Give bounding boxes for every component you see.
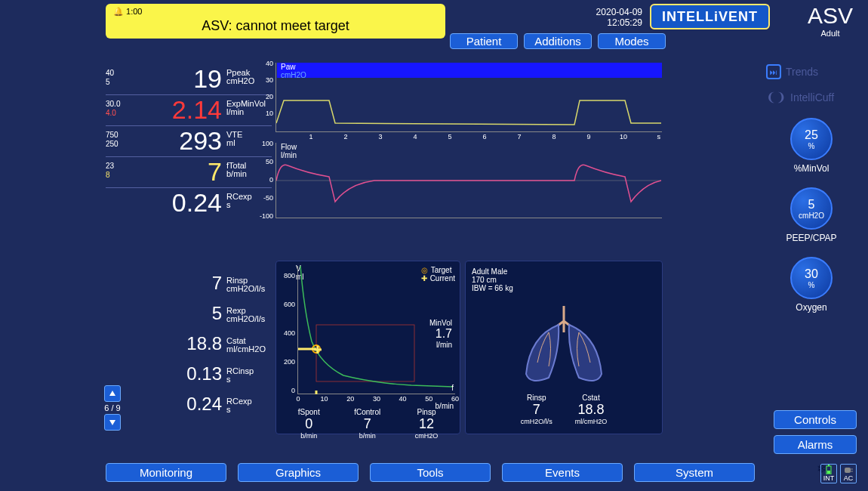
mode-name: ASV (808, 3, 853, 29)
flow-trace (276, 143, 661, 218)
param-value: 5 (131, 301, 222, 326)
setting-dial-block: 30%Oxygen (766, 257, 857, 313)
asv-xlabel: f (451, 384, 454, 392)
setting-dial[interactable]: 25% (790, 118, 833, 160)
param-label: RCinsps (222, 364, 254, 384)
params-primary: 405 19 PpeakcmH2O30.04.0 2.14 ExpMinVoll… (106, 64, 272, 218)
param-label: fTotalb/min (222, 159, 247, 178)
asv-safety-box (316, 325, 414, 381)
setting-dial-block: 25%%MinVol (766, 118, 857, 174)
alarms-button[interactable]: Alarms (774, 435, 857, 454)
params-secondary: 7 RinspcmH2O/l/s 5 RexpcmH2O/l/s 18.8 Cs… (106, 268, 272, 419)
time: 12:05:29 (596, 17, 642, 28)
param-row[interactable]: 0.13 RCinsps (106, 359, 272, 389)
param-value: 0.13 (131, 361, 222, 387)
param-row[interactable]: 405 19 PpeakcmH2O (106, 64, 272, 95)
param-limits: 750250 (106, 128, 131, 149)
nav-monitoring[interactable]: Monitoring (106, 463, 226, 482)
ac-status: AC (840, 464, 857, 483)
intellivent-button[interactable]: INTELLiVENT (650, 4, 770, 29)
param-value: 293 (131, 128, 222, 153)
asv-chart: 800 600 400 200 0 ✚ MinVol 1.7 l/min f b… (297, 266, 455, 394)
param-row[interactable]: 238 7 fTotalb/min (106, 157, 272, 188)
lung-value: Rinsp7cmH2O/l/s (521, 394, 553, 425)
patient-button[interactable]: Patient (450, 33, 518, 49)
page-up-button[interactable] (104, 385, 121, 402)
lung-value: Cstat18.8ml/cmH2O (575, 394, 608, 425)
plug-icon (843, 465, 854, 474)
dial-label: PEEP/CPAP (766, 233, 857, 243)
patient-ibw: IBW = 66 kg (472, 284, 656, 292)
battery-icon (826, 465, 832, 474)
param-label: RCexps (222, 394, 252, 414)
lung-icon (507, 298, 620, 389)
paw-xunit: s (657, 133, 661, 141)
svg-rect-7 (828, 465, 830, 466)
param-value: 2.14 (131, 97, 222, 122)
page-down-button[interactable] (104, 414, 121, 431)
svg-marker-1 (109, 420, 115, 425)
alarm-time: 🔔 1:00 (113, 7, 438, 17)
param-row[interactable]: 18.8 Cstatml/cmH2O (106, 329, 272, 359)
param-label: RexpcmH2O/l/s (222, 304, 265, 323)
setting-dial[interactable]: 5cmH2O (790, 187, 833, 230)
param-value: 19 (131, 66, 222, 91)
param-label: Cstatml/cmH2O (222, 334, 266, 354)
mode-indicator: ASV Adult (808, 3, 853, 38)
param-label: VTEml (222, 128, 242, 147)
param-limits: 238 (106, 159, 131, 180)
nav-graphics[interactable]: Graphics (238, 463, 359, 482)
param-label: PpeakcmH2O (222, 66, 254, 85)
asv-minvol-value: 1.7 (429, 327, 452, 341)
param-row[interactable]: 30.04.0 2.14 ExpMinVoll/min (106, 95, 272, 126)
modes-button[interactable]: Modes (598, 33, 666, 49)
paw-trace (276, 63, 661, 132)
page-indicator: 6 / 9 (104, 403, 120, 412)
param-row[interactable]: 0.24 RCexps (106, 389, 272, 419)
param-row[interactable]: 750250 293 VTEml (106, 126, 272, 157)
chevron-down-icon (109, 418, 116, 426)
alarm-message: ASV: cannot meet target (113, 18, 438, 34)
asv-xunit: b/min (436, 402, 454, 410)
asv-minvol-unit: l/min (429, 341, 452, 349)
svg-marker-0 (109, 391, 115, 396)
setting-dial-block: 5cmH2OPEEP/CPAP (766, 187, 857, 243)
patient-height: 170 cm (472, 276, 656, 284)
param-value: 0.24 (131, 391, 222, 417)
additions-button[interactable]: Additions (524, 33, 592, 49)
dial-label: Oxygen (766, 302, 857, 313)
controls-button[interactable]: Controls (774, 410, 857, 429)
intellicuff-tab[interactable]: ❨❩ IntelliCuff (766, 90, 857, 104)
asv-value: Pinsp12cmH2O (415, 408, 439, 440)
svg-rect-8 (845, 468, 851, 473)
param-value: 18.8 (131, 331, 222, 357)
battery-status: INT (820, 464, 837, 483)
param-limits (106, 190, 131, 193)
param-row[interactable]: 0.24 RCexps (106, 188, 272, 218)
asv-value: fSpont0b/min (298, 408, 320, 440)
dial-label: %MinVol (766, 163, 857, 174)
param-row[interactable]: 7 RinspcmH2O/l/s (106, 268, 272, 298)
svg-rect-6 (827, 471, 830, 474)
param-limits: 405 (106, 66, 131, 87)
date: 2020-04-09 (596, 7, 642, 17)
nav-events[interactable]: Events (502, 463, 623, 482)
setting-dial[interactable]: 30% (790, 257, 833, 299)
param-limits: 30.04.0 (106, 97, 131, 118)
flow-waveform[interactable]: Flowl/min 100 50 0 -50 -100 (275, 143, 662, 218)
asv-value: fControl7b/min (354, 408, 380, 440)
patient-gender: Adult Male (472, 267, 656, 276)
param-value: 7 (131, 159, 222, 184)
cuff-icon: ❨❩ (766, 90, 786, 104)
param-label: RCexps (222, 190, 252, 209)
waveform-panel: PawcmH2O 40 30 20 10 1 2 3 4 5 6 7 8 9 1… (275, 63, 662, 221)
trends-tab[interactable]: ⏭ Trends (766, 64, 857, 79)
paw-waveform[interactable]: PawcmH2O 40 30 20 10 1 2 3 4 5 6 7 8 9 1… (275, 63, 662, 132)
nav-system[interactable]: System (634, 463, 755, 482)
lung-panel[interactable]: Adult Male 170 cm IBW = 66 kg Rinsp7cmH2… (465, 261, 663, 434)
asv-graph-panel[interactable]: V ml ◎Target ✚Current 800 600 400 200 0 … (275, 261, 460, 434)
alarm-banner[interactable]: 🔔 1:00 ASV: cannot meet target (106, 4, 445, 39)
param-row[interactable]: 5 RexpcmH2O/l/s (106, 298, 272, 329)
trends-icon: ⏭ (766, 64, 781, 79)
nav-tools[interactable]: Tools (370, 463, 491, 482)
